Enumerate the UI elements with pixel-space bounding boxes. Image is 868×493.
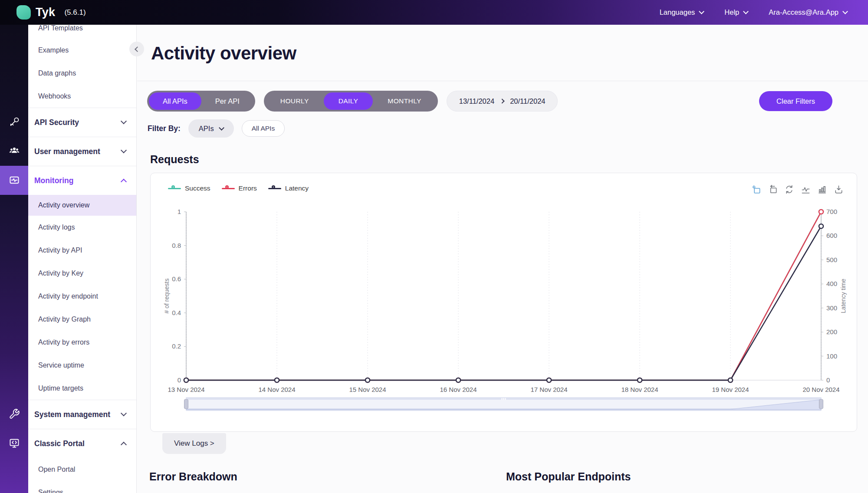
- svg-text:0: 0: [826, 376, 830, 384]
- legend-errors[interactable]: Errors: [222, 184, 257, 192]
- date-range-picker[interactable]: 13/11/2024 20/11/2024: [447, 91, 558, 112]
- toggle-daily[interactable]: DAILY: [324, 92, 373, 110]
- toggle-hourly[interactable]: HOURLY: [266, 92, 324, 110]
- download-icon[interactable]: [834, 184, 844, 194]
- sidebar-collapse-button[interactable]: [129, 42, 144, 56]
- users-icon[interactable]: [8, 145, 20, 157]
- sidebar-item-monitoring[interactable]: Monitoring: [28, 166, 136, 195]
- sidebar-item-label: Data graphs: [38, 69, 76, 77]
- series-latency: [186, 226, 821, 380]
- legend-label: Latency: [285, 184, 309, 192]
- chevron-down-icon: [699, 9, 704, 14]
- svg-text:# of requests: # of requests: [163, 279, 170, 314]
- sidebar-item-activity-by-endpoint[interactable]: Activity by endpoint: [28, 285, 136, 308]
- svg-text:1: 1: [178, 208, 181, 215]
- sidebar-item-uptime-targets[interactable]: Uptime targets: [28, 377, 136, 400]
- sidebar-item-activity-overview[interactable]: Activity overview: [28, 195, 136, 216]
- chevron-down-icon: [219, 125, 224, 131]
- requests-heading: Requests: [150, 153, 868, 166]
- datazoom-left-handle[interactable]: [184, 399, 188, 409]
- date-from: 13/11/2024: [459, 97, 494, 105]
- sidebar-item-webhooks[interactable]: Webhooks: [28, 85, 136, 108]
- svg-text:500: 500: [826, 256, 837, 263]
- key-icon[interactable]: [9, 116, 20, 128]
- svg-text:19 Nov 2024: 19 Nov 2024: [712, 386, 749, 393]
- svg-text:0.4: 0.4: [172, 309, 181, 316]
- sidebar-item-label: System management: [34, 410, 110, 419]
- sidebar-item-service-uptime[interactable]: Service uptime: [28, 354, 136, 377]
- sidebar-item-label: Monitoring: [34, 176, 73, 185]
- sidebar-item-data-graphs[interactable]: Data graphs: [28, 62, 136, 85]
- popular-endpoints-heading: Most Popular Endpoints: [506, 470, 631, 483]
- svg-text:Latency time: Latency time: [840, 279, 847, 313]
- series-errors: [186, 212, 821, 380]
- sidebar-item-activity-logs[interactable]: Activity logs: [28, 216, 136, 239]
- legend-success[interactable]: Success: [168, 184, 210, 192]
- legend-label: Errors: [239, 184, 257, 192]
- svg-text:200: 200: [826, 328, 837, 335]
- toggle-monthly[interactable]: MONTHLY: [373, 92, 436, 110]
- sidebar-item-api-templates[interactable]: API Templates: [28, 25, 136, 39]
- datazoom-right-handle[interactable]: [819, 399, 823, 409]
- view-logs-button[interactable]: View Logs >: [162, 433, 226, 454]
- sidebar-item-label: Activity logs: [38, 223, 75, 231]
- sidebar-item-user-management[interactable]: User management: [28, 137, 136, 166]
- datapoint-latency: [728, 378, 733, 382]
- portal-icon[interactable]: [8, 437, 20, 449]
- svg-text:100: 100: [826, 352, 837, 360]
- chevron-up-icon: [121, 442, 127, 448]
- clear-filters-button[interactable]: Clear Filters: [759, 91, 832, 111]
- filter-bar: All APIs Per API HOURLY DAILY MONTHLY 13…: [137, 81, 868, 112]
- sidebar-item-classic-portal[interactable]: Classic Portal: [28, 429, 136, 458]
- sidebar-item-activity-by-graph[interactable]: Activity by Graph: [28, 308, 136, 331]
- svg-text:13 Nov 2024: 13 Nov 2024: [168, 386, 204, 393]
- user-menu[interactable]: Ara-Access@Ara.App: [769, 8, 847, 16]
- chevron-down-icon: [842, 9, 848, 14]
- svg-text:300: 300: [826, 304, 837, 312]
- sidebar-item-activity-by-errors[interactable]: Activity by errors: [28, 331, 136, 354]
- legend-latency[interactable]: Latency: [268, 184, 309, 192]
- sidebar-item-examples[interactable]: Examples: [28, 39, 136, 62]
- bar-view-icon[interactable]: [817, 184, 827, 194]
- scope-toggle-group: All APIs Per API: [147, 91, 255, 112]
- wrench-icon[interactable]: [9, 408, 20, 420]
- monitoring-icon[interactable]: [8, 174, 20, 186]
- sidebar-item-activity-by-key[interactable]: Activity by Key: [28, 262, 136, 285]
- chevron-right-icon: [500, 99, 504, 103]
- zoom-select-icon[interactable]: [751, 184, 761, 194]
- page-header: Activity overview: [137, 25, 868, 81]
- page-title: Activity overview: [151, 43, 868, 64]
- toggle-all-apis[interactable]: All APIs: [149, 92, 201, 110]
- chevron-down-icon: [121, 118, 127, 124]
- sidebar-item-open-portal[interactable]: Open Portal: [28, 458, 136, 481]
- sidebar-item-label: User management: [34, 147, 100, 156]
- datapoint-latency: [456, 378, 460, 382]
- restore-icon[interactable]: [784, 184, 794, 194]
- apis-dropdown[interactable]: APIs: [188, 119, 234, 138]
- sidebar-item-activity-by-api[interactable]: Activity by API: [28, 239, 136, 262]
- chevron-down-icon: [743, 9, 749, 14]
- datapoint-latency: [275, 378, 279, 382]
- zoom-reset-icon[interactable]: [768, 184, 778, 194]
- toggle-per-api[interactable]: Per API: [201, 92, 253, 110]
- sidebar-item-settings[interactable]: Settings: [28, 481, 136, 493]
- sidebar-item-system-management[interactable]: System management: [28, 400, 136, 429]
- help-menu[interactable]: Help: [724, 8, 748, 16]
- sidebar-item-label: Activity by errors: [38, 339, 89, 346]
- sidebar-item-label: Activity by endpoint: [38, 293, 98, 300]
- filter-by-label: Filter By:: [148, 124, 181, 133]
- user-label: Ara-Access@Ara.App: [769, 8, 838, 16]
- svg-text:0: 0: [178, 376, 181, 384]
- series-success: [186, 212, 821, 380]
- sidebar-item-label: Activity by Key: [38, 270, 83, 277]
- languages-menu[interactable]: Languages: [660, 8, 704, 16]
- line-view-icon[interactable]: [801, 184, 811, 194]
- all-apis-chip[interactable]: All APIs: [242, 120, 285, 137]
- sidebar-item-api-security[interactable]: API Security: [28, 108, 136, 137]
- sidebar-item-label: Activity overview: [38, 201, 89, 209]
- requests-chart-panel: SuccessErrorsLatency 00.20.40.60.8101002…: [150, 173, 857, 432]
- apis-dropdown-value: APIs: [199, 125, 214, 133]
- tyk-logo: Tyk (5.6.1): [16, 5, 86, 20]
- legend-marker: [168, 185, 181, 191]
- svg-text:0.6: 0.6: [172, 275, 181, 283]
